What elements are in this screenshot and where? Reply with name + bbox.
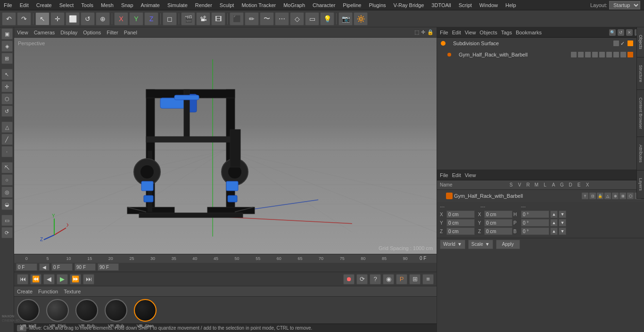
sidebar-polygon-icon[interactable]: △: [1, 121, 13, 133]
attr-action-2[interactable]: ⊡: [589, 193, 596, 199]
tab-attributes[interactable]: Attributes: [637, 137, 644, 170]
viewport-display-menu[interactable]: Display: [60, 30, 77, 35]
menu-help[interactable]: Help: [502, 1, 520, 9]
menu-edit[interactable]: Edit: [16, 1, 33, 9]
attr-action-4[interactable]: △: [604, 193, 611, 199]
frame-current-input[interactable]: [51, 263, 73, 271]
obj-action-1[interactable]: [613, 40, 619, 46]
coord-b-up[interactable]: ▲: [550, 227, 558, 235]
sidebar-texture-icon[interactable]: ◈: [1, 40, 13, 52]
play-back-button[interactable]: ◀: [43, 274, 55, 284]
obj-action-a8[interactable]: [620, 52, 626, 57]
motion-record-button[interactable]: ◉: [383, 274, 394, 284]
sidebar-point-icon[interactable]: ·: [1, 146, 13, 157]
coord-y-size-input[interactable]: [484, 219, 512, 227]
sidebar-magnet-icon[interactable]: ◎: [1, 186, 13, 198]
menu-create[interactable]: Create: [33, 1, 56, 9]
menu-mograph[interactable]: MoGraph: [280, 1, 309, 9]
material-create-menu[interactable]: Create: [17, 289, 33, 294]
viewport-options-menu[interactable]: Options: [83, 30, 101, 35]
goto-end-button[interactable]: ⏭: [83, 274, 94, 284]
render-region-button[interactable]: 🎬: [181, 12, 195, 25]
light-button[interactable]: 💡: [320, 12, 334, 25]
material-function-menu[interactable]: Function: [38, 289, 58, 294]
coord-x-size-input[interactable]: [484, 211, 512, 218]
playback-help-button[interactable]: ?: [370, 274, 381, 284]
sidebar-floor-icon[interactable]: ▭: [1, 215, 13, 226]
goto-start-button[interactable]: ⏮: [17, 274, 28, 284]
obj-action-a4[interactable]: [592, 52, 598, 57]
timeline-ruler[interactable]: 0 5 10 15 20 25 30 35 40 45 50 55 60 65 …: [14, 254, 437, 263]
menu-select[interactable]: Select: [56, 1, 78, 9]
spline-button[interactable]: 〜: [260, 12, 274, 25]
obj-row-gym-rack[interactable]: Gym_Half_Rack_with_Barbell ⋯: [437, 49, 644, 60]
obj-action-2[interactable]: ✓: [620, 40, 626, 46]
attr-action-3[interactable]: 🔒: [597, 193, 603, 199]
search-icon[interactable]: 🔍: [609, 29, 616, 36]
obj-color-dot2[interactable]: [627, 52, 633, 57]
deformer-button[interactable]: ◇: [290, 12, 304, 25]
attr-edit-menu[interactable]: Edit: [452, 172, 461, 178]
grid-button[interactable]: ⊞: [409, 274, 421, 284]
viewport-lock-icon[interactable]: 🔒: [427, 29, 434, 35]
universal-mode-button[interactable]: ⊕: [96, 12, 110, 25]
sidebar-paint-icon[interactable]: ⛏: [1, 162, 13, 173]
coord-z-size-input[interactable]: [484, 227, 512, 235]
menu-tools[interactable]: Tools: [77, 1, 97, 9]
redo-button[interactable]: ↷: [17, 12, 31, 25]
pen-button[interactable]: ✏: [245, 12, 259, 25]
menu-window[interactable]: Window: [476, 1, 502, 9]
cube-button[interactable]: ⬛: [230, 12, 244, 25]
sidebar-rotate-icon[interactable]: ↺: [1, 105, 13, 117]
settings-button[interactable]: ≡: [422, 274, 434, 284]
coord-x-pos-input[interactable]: [446, 211, 475, 218]
menu-plugins[interactable]: Plugins: [365, 1, 389, 9]
material-item-4[interactable]: VR_Stee: [134, 299, 157, 322]
coord-h-input[interactable]: [521, 211, 549, 218]
attr-view-menu[interactable]: View: [465, 172, 476, 178]
obj-action-a3[interactable]: [585, 52, 591, 57]
obj-action-a7[interactable]: [613, 52, 619, 57]
floor-button[interactable]: ▭: [305, 12, 319, 25]
menu-pipeline[interactable]: Pipeline: [339, 1, 365, 9]
layout-dropdown[interactable]: Startup: [609, 1, 640, 9]
material-texture-menu[interactable]: Texture: [64, 289, 81, 294]
viewport-cameras-menu[interactable]: Cameras: [34, 30, 55, 35]
tab-layers[interactable]: Layers: [637, 170, 644, 199]
coord-h-up[interactable]: ▲: [550, 211, 558, 218]
obj-objects-menu[interactable]: Objects: [479, 30, 497, 35]
sidebar-edge-icon[interactable]: ╱: [1, 134, 13, 145]
menu-sculpt[interactable]: Sculpt: [216, 1, 238, 9]
menu-render[interactable]: Render: [191, 1, 216, 9]
obj-row-subdivision[interactable]: Subdivision Surface ✓ ⋯: [437, 38, 644, 49]
world-dropdown[interactable]: World ▼: [440, 240, 465, 249]
scale-dropdown[interactable]: Scale ▼: [468, 240, 493, 249]
obj-tags-menu[interactable]: Tags: [501, 30, 512, 35]
menu-file[interactable]: File: [0, 1, 16, 9]
menu-character[interactable]: Character: [309, 1, 339, 9]
render-to-po-button[interactable]: 📽: [196, 12, 210, 25]
sidebar-sculpt-icon[interactable]: ◒: [1, 199, 13, 210]
attr-action-texture[interactable]: T: [582, 193, 588, 199]
coord-h-down[interactable]: ▼: [559, 211, 566, 218]
viewport-panel-menu[interactable]: Panel: [124, 30, 137, 35]
sidebar-bp-icon[interactable]: ⊞: [1, 53, 13, 64]
select-mode-button[interactable]: ↖: [35, 12, 50, 25]
menu-script[interactable]: Script: [455, 1, 476, 9]
play-forward-button[interactable]: ▶: [57, 274, 68, 284]
y-axis-button[interactable]: Y: [129, 12, 143, 25]
scale-mode-button[interactable]: ⬜: [66, 12, 80, 25]
viewport-maximize-icon[interactable]: ⬚: [414, 29, 419, 35]
viewport[interactable]: X Y Z Perspective Grid Spacing : 1000 cm: [14, 38, 437, 254]
undo-button[interactable]: ↶: [2, 12, 16, 25]
rotate-mode-button[interactable]: ↺: [81, 12, 95, 25]
frame-end-input1[interactable]: [74, 263, 96, 271]
coord-p-down[interactable]: ▼: [559, 219, 566, 227]
coord-p-up[interactable]: ▲: [550, 219, 558, 227]
material-item-2[interactable]: VR_Rub: [75, 299, 98, 322]
material-item-3[interactable]: VR_Rub: [105, 299, 127, 322]
menu-mesh[interactable]: Mesh: [97, 1, 117, 9]
camera-button[interactable]: 📷: [339, 12, 353, 25]
obj-action-a2[interactable]: [578, 52, 584, 57]
viewport-view-menu[interactable]: View: [17, 30, 28, 35]
